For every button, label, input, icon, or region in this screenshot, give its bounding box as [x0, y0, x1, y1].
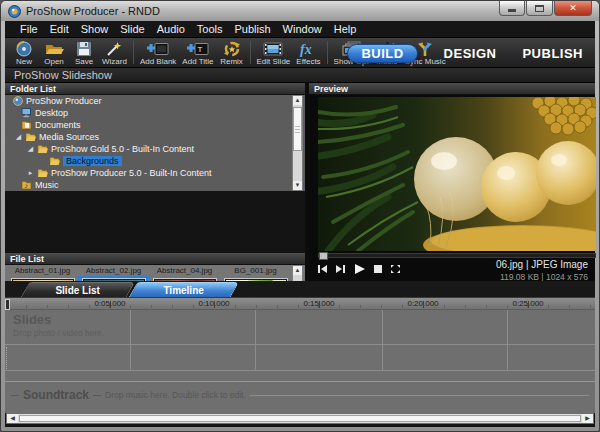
scrollbar-thumb[interactable]: [293, 107, 302, 151]
scroll-left-button[interactable]: ◀: [7, 414, 18, 423]
file-label[interactable]: Abstract_01.jpg: [7, 266, 78, 275]
wizard-button[interactable]: Wizard: [99, 38, 130, 67]
documents-folder-icon: [21, 120, 32, 130]
preview-image: [318, 97, 596, 251]
timeline-ruler[interactable]: 0:05.000 0:10.000 0:15.000 0:20.000 0:25…: [5, 297, 595, 310]
menu-file[interactable]: File: [14, 23, 44, 35]
toolbar-separator: [133, 41, 134, 64]
tree-item-backgrounds[interactable]: Backgrounds: [5, 155, 305, 167]
floppy-icon: [75, 40, 93, 57]
scrollbar-thumb[interactable]: [19, 415, 581, 422]
slide-cell-divider: [507, 310, 508, 371]
window-title: ProShow Producer - RNDD: [26, 5, 160, 17]
tree-item-documents[interactable]: Documents: [5, 119, 305, 131]
publish-mode-button[interactable]: PUBLISH: [522, 46, 583, 61]
skip-start-icon[interactable]: [317, 264, 328, 274]
file-label[interactable]: Abstract_04.jpg: [149, 266, 220, 275]
svg-text:♪: ♪: [25, 182, 29, 189]
playhead-marker[interactable]: [5, 299, 10, 310]
menu-show[interactable]: Show: [75, 23, 115, 35]
soundtrack-title: Soundtrack: [23, 388, 89, 402]
build-mode-button[interactable]: BUILD: [347, 44, 417, 63]
view-tabs: Slide List Timeline: [5, 281, 595, 297]
menu-tools[interactable]: Tools: [191, 23, 229, 35]
folder-icon: [25, 132, 36, 142]
expander-expanded-icon[interactable]: ◢: [15, 133, 22, 141]
slide-cell-divider: [130, 310, 131, 371]
soundtrack-hint: Drop music here. Double click to edit.: [105, 390, 246, 400]
soundtrack-track[interactable]: Soundtrack Drop music here. Double click…: [11, 388, 589, 402]
ruler-major-tick: [528, 301, 529, 308]
close-icon: ✕: [569, 3, 577, 13]
skip-end-icon[interactable]: [335, 264, 346, 274]
menu-audio[interactable]: Audio: [151, 23, 191, 35]
add-title-button[interactable]: T Add Title: [179, 38, 216, 67]
slides-track-title: Slides: [13, 312, 51, 327]
tree-item-desktop[interactable]: Desktop: [5, 107, 305, 119]
preview-header: Preview: [309, 83, 595, 95]
app-icon: [13, 96, 23, 106]
new-button[interactable]: New: [9, 38, 39, 67]
timeline-body: Slides Drop photo / video here. Soundtra…: [5, 310, 595, 413]
scrubber-handle[interactable]: [319, 252, 328, 260]
tree-item-proshow-producer-content[interactable]: ▸ ProShow Producer 5.0 - Built-In Conten…: [5, 167, 305, 179]
fx-icon: fx: [299, 40, 317, 57]
design-mode-button[interactable]: DESIGN: [444, 46, 497, 61]
menu-publish[interactable]: Publish: [229, 23, 277, 35]
desktop-icon: [21, 108, 32, 118]
add-blank-slide-icon: [147, 40, 169, 57]
ruler-major-tick: [214, 301, 215, 308]
scroll-right-button[interactable]: ▶: [582, 414, 593, 423]
play-icon[interactable]: [353, 263, 366, 275]
soundtrack-dash: [93, 395, 101, 396]
menu-slide[interactable]: Slide: [114, 23, 150, 35]
tree-item-proshow-producer[interactable]: ProShow Producer: [5, 95, 305, 107]
slide-cell-divider: [382, 310, 383, 371]
menu-edit[interactable]: Edit: [44, 23, 75, 35]
file-name-type: 06.jpg | JPEG Image: [496, 259, 588, 270]
file-list-row-labels: Abstract_01.jpg Abstract_02.jpg Abstract…: [7, 266, 291, 275]
open-button[interactable]: Open: [39, 38, 69, 67]
slide-cell-divider: [255, 310, 256, 371]
preview-file-info: 06.jpg | JPEG Image 119.08 KB | 1024 x 5…: [496, 259, 588, 282]
edit-slide-button[interactable]: Edit Slide: [254, 38, 294, 67]
minimize-button[interactable]: [499, 1, 525, 16]
ruler-major-tick: [319, 301, 320, 308]
ruler-major-tick: [423, 301, 424, 308]
tab-slide-list[interactable]: Slide List: [21, 282, 136, 297]
magic-wand-icon: [105, 40, 123, 57]
fullscreen-icon[interactable]: [390, 264, 401, 274]
effects-button[interactable]: fx Effects: [293, 38, 323, 67]
close-button[interactable]: ✕: [554, 1, 592, 16]
menu-bar: File Edit Show Slide Audio Tools Publish…: [5, 21, 595, 38]
folder-icon: [37, 168, 48, 178]
stop-icon[interactable]: [373, 264, 383, 274]
file-label[interactable]: BG_001.jpg: [220, 266, 291, 275]
scroll-up-button[interactable]: ▲: [293, 96, 302, 105]
preview-scrubber[interactable]: [318, 253, 596, 258]
open-folder-icon: [44, 40, 64, 57]
soundtrack-centerline: [250, 395, 589, 396]
film-frame-icon: [263, 40, 283, 57]
folder-tree-scrollbar[interactable]: ▲ ▼: [292, 95, 303, 191]
tree-item-proshow-gold-content[interactable]: ◢ ProShow Gold 5.0 - Built-In Content: [5, 143, 305, 155]
tab-timeline[interactable]: Timeline: [129, 282, 240, 297]
folder-tree: ProShow Producer Desktop Documents ◢ Med…: [5, 95, 305, 191]
file-list-header: File List: [5, 253, 305, 265]
tree-item-music[interactable]: ♪ Music: [5, 179, 305, 191]
expander-expanded-icon[interactable]: ◢: [27, 145, 34, 153]
scroll-down-button[interactable]: ▼: [293, 181, 302, 190]
maximize-button[interactable]: [526, 1, 553, 16]
menu-window[interactable]: Window: [277, 23, 328, 35]
save-button[interactable]: Save: [69, 38, 99, 67]
expander-collapsed-icon[interactable]: ▸: [27, 169, 34, 177]
maximize-icon: [535, 5, 544, 12]
menu-help[interactable]: Help: [328, 23, 363, 35]
file-label[interactable]: Abstract_02.jpg: [78, 266, 149, 275]
toolbar-separator: [250, 41, 251, 64]
scroll-up-button[interactable]: ▲: [293, 266, 302, 275]
tree-item-media-sources[interactable]: ◢ Media Sources: [5, 131, 305, 143]
add-blank-button[interactable]: Add Blank: [137, 38, 179, 67]
remix-button[interactable]: Remix: [217, 38, 247, 67]
timeline-horizontal-scrollbar[interactable]: ◀ ▶: [6, 413, 594, 424]
